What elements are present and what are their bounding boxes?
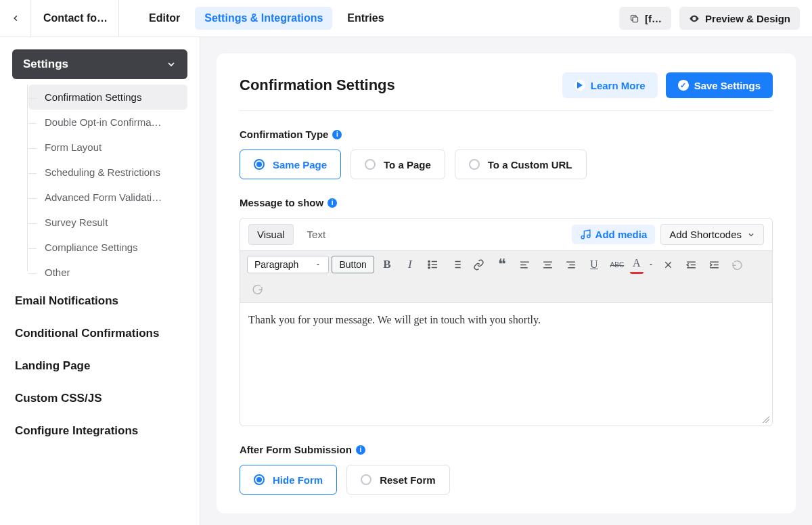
radio-icon [469,159,480,170]
check-icon: ✓ [678,80,689,91]
redo-icon[interactable] [247,279,267,298]
outdent-icon[interactable] [681,255,702,274]
svg-point-8 [428,267,430,268]
button-insert[interactable]: Button [332,256,374,273]
section-conditional-confirmations[interactable]: Conditional Confirmations [12,317,187,350]
indent-icon[interactable] [704,255,725,274]
section-email-notifications[interactable]: Email Notifications [12,285,187,317]
clear-format-icon[interactable] [658,255,679,274]
info-icon[interactable]: i [328,198,337,208]
subitem-other[interactable]: Other [28,260,187,285]
italic-icon[interactable]: I [400,255,420,274]
sidebar: Settings Confirmation Settings Double Op… [0,37,200,525]
caret-down-icon [315,261,321,268]
radio-icon [254,159,265,170]
option-hide-form[interactable]: Hide Form [240,465,337,495]
subitem-confirmation-settings[interactable]: Confirmation Settings [28,85,187,110]
sidebar-header-settings[interactable]: Settings [12,49,187,79]
format-select[interactable]: Paragraph [247,256,329,273]
eye-icon [689,13,700,24]
align-center-icon[interactable] [538,255,558,274]
radio-icon [254,474,265,485]
message-editor: Visual Text Add media Add Shortcodes Par… [240,218,773,426]
tab-editor[interactable]: Editor [139,7,189,30]
editor-tab-text[interactable]: Text [299,225,334,244]
message-to-show-label: Message to show i [240,197,773,208]
section-custom-css-js[interactable]: Custom CSS/JS [12,382,187,415]
learn-more-button[interactable]: Learn More [562,72,658,98]
editor-toolbar: Paragraph Button B I ❝ [240,250,772,302]
text-color-caret-icon[interactable] [646,255,656,274]
subitem-survey-result[interactable]: Survey Result [28,210,187,235]
radio-icon [361,474,371,485]
undo-icon[interactable] [727,255,748,274]
align-left-icon[interactable] [515,255,535,274]
bullet-list-icon[interactable] [423,255,443,274]
radio-icon [365,159,376,170]
copy-button[interactable]: [f… [619,7,671,30]
svg-point-6 [428,260,430,262]
confirmation-type-options: Same Page To a Page To a Custom URL [240,150,773,179]
top-tabs: Editor Settings & Integrations Entries [119,0,394,37]
form-title: Contact fo… [31,0,119,37]
tab-settings[interactable]: Settings & Integrations [195,7,332,30]
subitem-form-layout[interactable]: Form Layout [28,135,187,160]
after-submission-options: Hide Form Reset Form [240,465,773,495]
after-submission-label: After Form Submission i [240,444,773,455]
option-to-custom-url[interactable]: To a Custom URL [455,150,587,179]
info-icon[interactable]: i [332,130,342,139]
save-settings-button[interactable]: ✓ Save Settings [666,72,773,98]
svg-point-1 [581,236,584,239]
quote-icon[interactable]: ❝ [492,255,512,274]
align-right-icon[interactable] [561,255,581,274]
section-configure-integrations[interactable]: Configure Integrations [12,415,187,447]
add-media-button[interactable]: Add media [572,225,656,244]
resize-handle[interactable] [240,417,772,426]
subitem-scheduling[interactable]: Scheduling & Restrictions [28,160,187,185]
section-landing-page[interactable]: Landing Page [12,350,187,382]
preview-design-button[interactable]: Preview & Design [679,7,800,30]
option-same-page[interactable]: Same Page [240,150,341,179]
strikethrough-icon[interactable]: ABC [607,255,627,274]
confirmation-type-label: Confirmation Type i [240,129,773,140]
settings-card: Confirmation Settings Learn More ✓ Save … [217,53,796,513]
link-icon[interactable] [469,255,489,274]
media-icon [580,229,591,240]
tab-entries[interactable]: Entries [338,7,393,30]
subitem-advanced-validation[interactable]: Advanced Form Validati… [28,185,187,210]
svg-rect-0 [633,17,638,22]
option-reset-form[interactable]: Reset Form [346,465,450,495]
chevron-down-icon [747,231,755,239]
svg-point-2 [587,235,589,237]
add-shortcodes-button[interactable]: Add Shortcodes [660,224,764,245]
underline-icon[interactable]: U [584,255,604,274]
subitem-compliance[interactable]: Compliance Settings [28,235,187,260]
numbered-list-icon[interactable] [446,255,466,274]
bold-icon[interactable]: B [377,255,397,274]
option-to-a-page[interactable]: To a Page [351,150,445,179]
content-area: Confirmation Settings Learn More ✓ Save … [200,37,812,525]
topbar: Contact fo… Editor Settings & Integratio… [0,0,812,37]
play-icon [574,80,585,91]
chevron-left-icon [11,14,20,23]
copy-icon [629,13,639,24]
text-color-icon[interactable]: A [630,255,644,274]
info-icon[interactable]: i [356,445,365,455]
back-button[interactable] [0,0,31,37]
editor-top-row: Visual Text Add media Add Shortcodes [240,219,772,250]
editor-body[interactable]: Thank you for your message. We will get … [240,302,772,417]
subitem-double-optin[interactable]: Double Opt-in Confirma… [28,110,187,135]
chevron-down-icon [166,59,177,70]
editor-tab-visual[interactable]: Visual [248,224,294,245]
settings-subnav: Confirmation Settings Double Opt-in Conf… [12,85,187,285]
page-title: Confirmation Settings [240,76,395,94]
svg-point-7 [428,264,430,265]
